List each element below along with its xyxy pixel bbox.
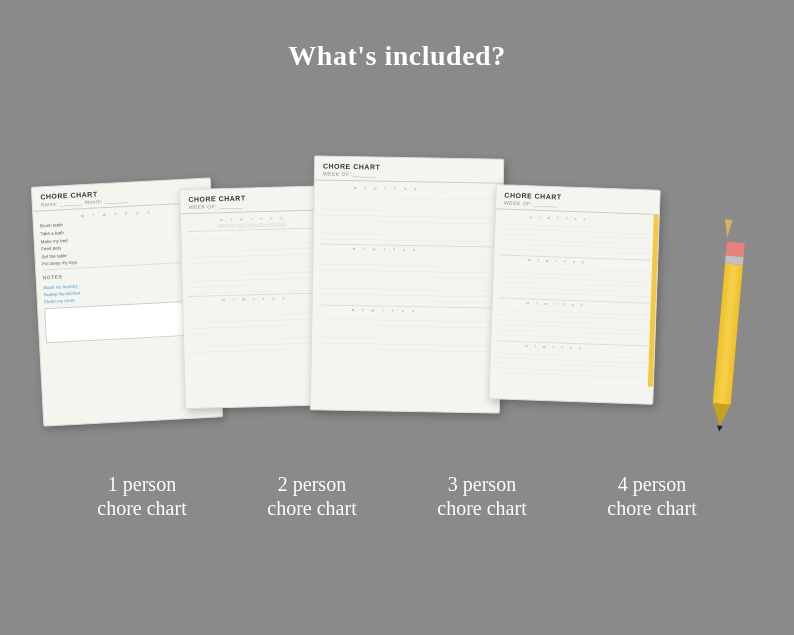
label-1-line2: chore chart bbox=[62, 496, 222, 520]
charts-container: CHORE CHART Name: _______ Month: _______… bbox=[17, 102, 777, 442]
label-2-line2: chore chart bbox=[232, 496, 392, 520]
pencil-wood bbox=[723, 219, 733, 238]
label-3-line1: 3 person bbox=[402, 472, 562, 496]
label-1-line1: 1 person bbox=[62, 472, 222, 496]
pencil bbox=[711, 242, 745, 423]
label-4-person: 4 person chore chart bbox=[572, 472, 732, 520]
label-4-line2: chore chart bbox=[572, 496, 732, 520]
label-1-person: 1 person chore chart bbox=[62, 472, 222, 520]
card-3-person: CHORE CHART WEEK OF: _______ M T W T F S… bbox=[310, 155, 504, 413]
label-4-line1: 4 person bbox=[572, 472, 732, 496]
label-3-person: 3 person chore chart bbox=[402, 472, 562, 520]
card-3-header: CHORE CHART WEEK OF: _______ bbox=[315, 156, 503, 183]
card-4-body: M T W T F S S M T W T F S S M bbox=[490, 209, 659, 387]
pencil-body bbox=[713, 263, 743, 404]
pencil-eraser bbox=[726, 242, 745, 258]
labels-row: 1 person chore chart 2 person chore char… bbox=[37, 472, 757, 520]
pencil-tip bbox=[711, 403, 731, 426]
label-2-line1: 2 person bbox=[232, 472, 392, 496]
label-2-person: 2 person chore chart bbox=[232, 472, 392, 520]
label-3-line2: chore chart bbox=[402, 496, 562, 520]
pencil-graphite bbox=[716, 425, 723, 432]
card-3-body: M T W T F S S M T W T F S S bbox=[312, 180, 503, 361]
page-title: What's included? bbox=[288, 40, 505, 72]
card-4-person: CHORE CHART WEEK OF: _______ M T W T F S… bbox=[488, 184, 660, 405]
